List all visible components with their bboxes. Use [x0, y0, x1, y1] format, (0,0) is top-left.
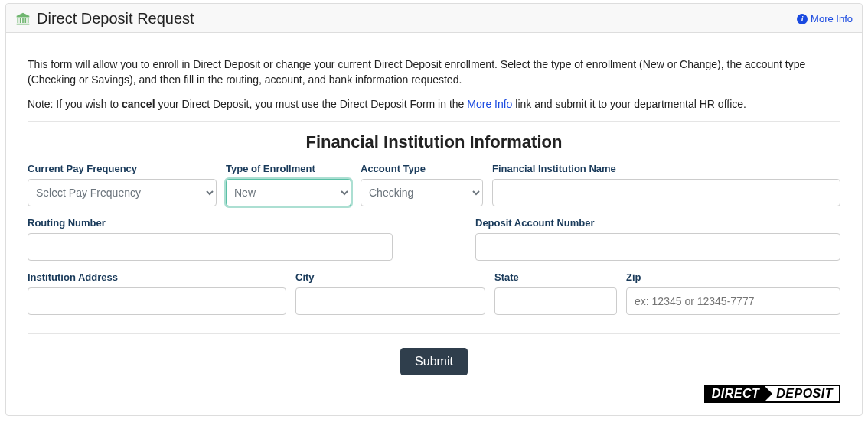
- note-prefix: Note: If you wish to: [28, 98, 122, 110]
- group-pay-frequency: Current Pay Frequency Select Pay Frequen…: [28, 163, 217, 206]
- group-enrollment: Type of Enrollment New: [226, 163, 351, 206]
- note-cancel: cancel: [122, 98, 155, 110]
- more-info-label: More Info: [811, 13, 853, 24]
- group-account-type: Account Type Checking: [361, 163, 483, 206]
- label-state: State: [494, 271, 617, 283]
- note-text: Note: If you wish to cancel your Direct …: [28, 98, 840, 110]
- svg-rect-1: [20, 18, 21, 23]
- group-routing: Routing Number: [28, 217, 393, 261]
- panel-body: This form will allow you to enroll in Di…: [6, 33, 862, 415]
- info-icon: i: [797, 14, 808, 24]
- label-address: Institution Address: [28, 271, 286, 283]
- form-row-2: Routing Number Deposit Account Number: [28, 217, 840, 261]
- group-address: Institution Address: [28, 271, 286, 315]
- svg-rect-3: [25, 18, 27, 23]
- label-fin-name: Financial Institution Name: [492, 163, 840, 174]
- label-pay-frequency: Current Pay Frequency: [28, 163, 217, 174]
- input-city[interactable]: [295, 287, 485, 315]
- spacer: [402, 217, 466, 261]
- label-city: City: [295, 271, 485, 283]
- group-deposit-account: Deposit Account Number: [475, 217, 840, 261]
- divider-bottom: [28, 333, 840, 334]
- svg-rect-4: [28, 18, 29, 23]
- submit-wrap: Submit: [28, 348, 840, 375]
- svg-rect-0: [18, 18, 19, 23]
- select-pay-frequency[interactable]: Select Pay Frequency: [28, 179, 217, 206]
- note-link[interactable]: More Info: [467, 98, 512, 110]
- label-enrollment: Type of Enrollment: [226, 163, 351, 174]
- input-address[interactable]: [28, 287, 286, 315]
- select-enrollment[interactable]: New: [226, 179, 351, 206]
- group-state: State: [494, 271, 617, 315]
- section-title: Financial Institution Information: [28, 132, 840, 152]
- input-state[interactable]: [494, 287, 617, 315]
- logo-left: DIRECT: [706, 385, 765, 402]
- label-account-type: Account Type: [361, 163, 483, 174]
- form-row-1: Current Pay Frequency Select Pay Frequen…: [28, 163, 840, 206]
- note-suffix: link and submit it to your departmental …: [512, 98, 746, 110]
- group-fin-name: Financial Institution Name: [492, 163, 840, 206]
- label-zip: Zip: [626, 271, 840, 283]
- logo-right: DEPOSIT: [764, 385, 839, 402]
- bank-icon: [15, 11, 31, 27]
- panel-header: Direct Deposit Request i More Info: [6, 4, 862, 33]
- input-fin-name[interactable]: [492, 179, 840, 206]
- intro-text: This form will allow you to enroll in Di…: [28, 57, 840, 87]
- label-deposit-account: Deposit Account Number: [475, 217, 840, 229]
- label-routing: Routing Number: [28, 217, 393, 229]
- more-info-link[interactable]: i More Info: [797, 13, 853, 24]
- svg-rect-5: [17, 23, 30, 24]
- note-middle: your Direct Deposit, you must use the Di…: [155, 98, 468, 110]
- form-row-3: Institution Address City State Zip: [28, 271, 840, 315]
- input-routing[interactable]: [28, 233, 393, 261]
- submit-button[interactable]: Submit: [400, 348, 468, 375]
- logo-wrap: DIRECT DEPOSIT: [28, 385, 840, 403]
- input-deposit-account[interactable]: [475, 233, 840, 261]
- svg-rect-2: [22, 18, 24, 23]
- divider-top: [28, 121, 840, 122]
- select-account-type[interactable]: Checking: [361, 179, 483, 206]
- group-city: City: [295, 271, 485, 315]
- panel: Direct Deposit Request i More Info This …: [5, 3, 863, 416]
- input-zip[interactable]: [626, 287, 840, 315]
- direct-deposit-logo: DIRECT DEPOSIT: [704, 385, 840, 403]
- page-title: Direct Deposit Request: [37, 10, 194, 28]
- group-zip: Zip: [626, 271, 840, 315]
